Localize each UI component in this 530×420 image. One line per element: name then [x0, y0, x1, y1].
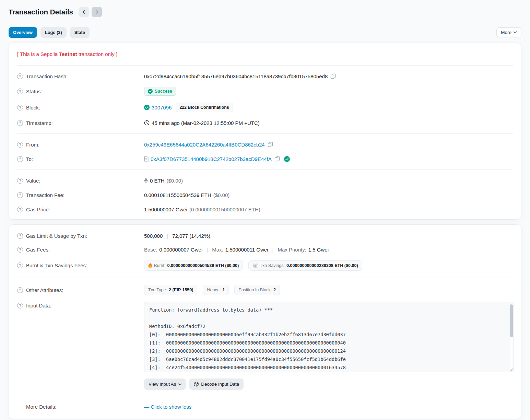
row-transaction-hash: ? Transaction Hash: 0xc72d984ccac6190b5f… [17, 69, 513, 83]
gas-price-amount: 1.500000007 Gwei [144, 207, 187, 212]
timestamp-value: 45 mins ago (Mar-02-2023 12:55:00 PM +UT… [152, 120, 260, 126]
to-label: To: [26, 156, 33, 162]
from-address-link[interactable]: 0x259c49E65644a020C2A642260a4ffB0CD862cb… [144, 142, 265, 148]
input-actions: View Input As Decode Input Data [144, 376, 513, 393]
gas-limit-value: 500,000 [144, 233, 163, 239]
position-label: Position In Block: [238, 288, 272, 292]
verified-check-icon [284, 156, 290, 162]
tab-logs[interactable]: Logs (3) [40, 27, 67, 38]
separator: | [270, 247, 276, 253]
txn-savings-label: Txn Savings: [260, 263, 285, 268]
help-icon[interactable]: ? [17, 247, 23, 253]
separator: | [165, 233, 170, 239]
help-icon[interactable]: ? [17, 73, 23, 79]
help-icon[interactable]: ? [17, 142, 23, 148]
gas-price-eth: (0.000000001500000007 ETH) [189, 207, 260, 212]
details-card: ? Gas Limit & Usage by Txn: 500,000 | 72… [9, 224, 521, 419]
testnet-notice: [ This is a Sepolia Testnet transaction … [17, 46, 513, 62]
help-icon[interactable]: ? [17, 287, 23, 293]
help-icon[interactable]: ? [17, 233, 23, 239]
decode-input-data-label: Decode Input Data [201, 382, 239, 387]
money-wings-icon [252, 263, 258, 268]
transaction-fee-usd: ($0.00) [213, 192, 230, 198]
tab-overview[interactable]: Overview [9, 27, 37, 38]
notice-suffix: transaction only ] [77, 51, 118, 57]
help-icon[interactable]: ? [17, 120, 23, 126]
tabs-row: Overview Logs (3) State More [9, 27, 521, 38]
gas-limit-label: Gas Limit & Usage by Txn: [26, 233, 87, 239]
max-fee-value: 1.500000011 Gwei [225, 247, 268, 253]
row-value: ? Value: 0 ETH ($0.00) [17, 173, 513, 188]
row-transaction-fee: ? Transaction Fee: 0.000108115500504539 … [17, 188, 513, 202]
status-badge: Success [144, 87, 176, 96]
show-less-link[interactable]: — Click to show less [144, 404, 191, 410]
nonce-label: Nonce: [207, 288, 221, 292]
help-icon[interactable]: ? [17, 156, 23, 162]
status-text: Success [155, 89, 172, 94]
block-number-link[interactable]: 3007096 [152, 105, 172, 110]
status-label: Status: [26, 89, 42, 94]
header-divider [9, 22, 521, 22]
value-usd: ($0.00) [167, 178, 183, 184]
check-circle-icon [148, 89, 153, 94]
value-amount: 0 ETH [150, 178, 165, 184]
resize-handle[interactable] [509, 368, 513, 371]
eth-icon [144, 178, 148, 183]
separator: | [204, 247, 210, 253]
row-gas-limit: ? Gas Limit & Usage by Txn: 500,000 | 72… [17, 228, 513, 242]
check-circle-icon [144, 105, 150, 110]
transaction-details-page: Transaction Details Overview Logs (3) St… [0, 0, 530, 420]
help-icon[interactable]: ? [17, 262, 23, 268]
input-data-box[interactable]: Function: forward(address to,bytes data)… [144, 302, 514, 372]
input-scrollbar-thumb[interactable] [510, 304, 513, 337]
help-icon[interactable]: ? [17, 192, 23, 198]
help-icon[interactable]: ? [17, 303, 23, 308]
input-data-label: Input Data: [26, 303, 51, 308]
previous-transaction-button[interactable] [79, 7, 89, 17]
chevron-right-icon [95, 10, 99, 14]
row-to: ? To: 0xA3f07D6773514480b918C2742b027b3a… [17, 152, 513, 166]
overview-card: [ This is a Sepolia Testnet transaction … [9, 43, 521, 220]
base-fee-value: 0.000000007 Gwei [159, 247, 202, 253]
copy-from-button[interactable] [267, 142, 274, 147]
more-label: More [501, 30, 511, 35]
max-fee-label: Max: [212, 247, 223, 253]
next-transaction-button[interactable] [92, 7, 102, 17]
nonce-badge: Nonce: 1 [203, 285, 229, 295]
burnt-label: Burnt: [154, 263, 166, 268]
help-icon[interactable]: ? [17, 178, 23, 184]
input-scrollbar-track[interactable] [510, 303, 513, 371]
block-label: Block: [26, 105, 40, 110]
value-label: Value: [26, 178, 40, 184]
tab-state[interactable]: State [70, 27, 90, 38]
cube-icon [194, 382, 199, 387]
view-input-as-label: View Input As [149, 382, 176, 387]
max-priority-value: 1.5 Gwei [308, 247, 329, 253]
help-icon[interactable]: ? [17, 207, 23, 212]
to-address-link[interactable]: 0xA3f07D6773514480b918C2742b027b3acD9E44… [151, 156, 272, 162]
tab-list: Overview Logs (3) State [9, 27, 90, 38]
position-in-block-badge: Position In Block: 2 [234, 285, 280, 295]
copy-to-button[interactable] [274, 156, 281, 162]
burnt-value: 0.000000000000504539 ETH ($0.00) [167, 263, 239, 268]
copy-hash-button[interactable] [330, 73, 337, 79]
gas-price-label: Gas Price: [26, 207, 50, 212]
help-icon[interactable]: ? [17, 105, 23, 110]
txn-savings-value: 0.000000000000288308 ETH ($0.00) [286, 263, 358, 268]
view-input-as-button[interactable]: View Input As [144, 378, 186, 390]
page-header: Transaction Details [9, 5, 521, 22]
row-status: ? Status: Success [17, 83, 513, 99]
txn-type-badge: Txn Type: 2 (EIP-1559) [144, 285, 197, 295]
more-dropdown-button[interactable]: More [496, 27, 521, 37]
decode-input-data-button[interactable]: Decode Input Data [189, 378, 244, 390]
txn-type-label: Txn Type: [148, 288, 167, 292]
transaction-fee-label: Transaction Fee: [26, 192, 64, 198]
divider [17, 397, 513, 397]
transaction-hash-label: Transaction Hash: [26, 73, 68, 79]
input-data-text[interactable]: Function: forward(address to,bytes data)… [144, 302, 514, 372]
burnt-fee-badge: Burnt: 0.000000000000504539 ETH ($0.00) [144, 260, 243, 271]
divider [17, 133, 513, 134]
row-input-data: ? Input Data: Function: forward(address … [17, 299, 513, 376]
help-icon[interactable]: ? [17, 89, 23, 94]
clock-icon [144, 120, 150, 126]
